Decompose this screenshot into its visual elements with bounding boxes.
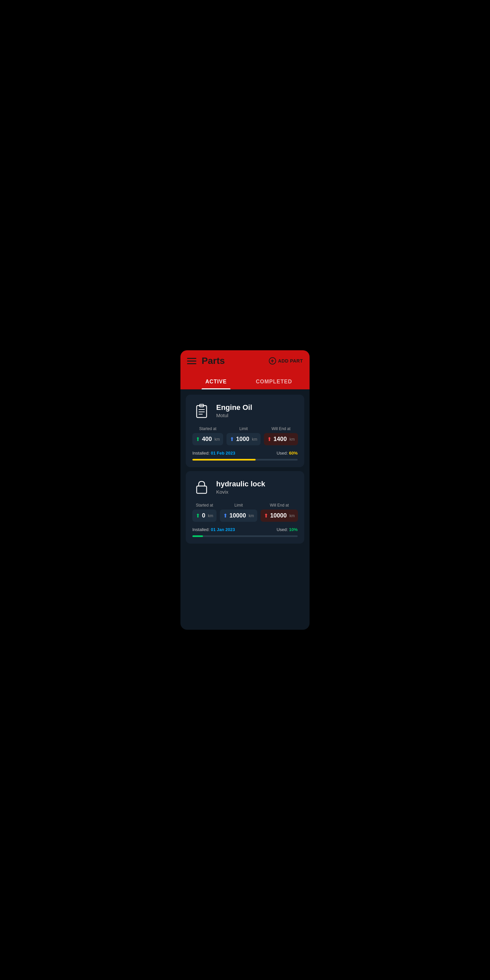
- started-at-value: 400: [202, 436, 212, 443]
- installed-row: Installed: 01 Feb 2023 Used: 60%: [192, 450, 298, 455]
- limit-unit: km: [249, 514, 254, 518]
- installed-date: 01 Jan 2023: [211, 527, 235, 532]
- started-at-unit: km: [215, 437, 220, 442]
- installed-date: 01 Feb 2023: [211, 450, 235, 455]
- header: Parts + ADD PART ACTIVE COMPLETED: [180, 350, 310, 389]
- add-part-button[interactable]: + ADD PART: [269, 357, 303, 364]
- add-part-icon: +: [269, 357, 276, 364]
- part-header: Engine Oil Motul: [192, 401, 298, 420]
- progress-bar: [192, 459, 256, 461]
- parts-list: Engine Oil Motul Started at ⬆ 400 km Lim…: [180, 389, 310, 553]
- menu-button[interactable]: [187, 358, 196, 364]
- will-end-at-unit: km: [290, 437, 295, 442]
- page-title: Parts: [202, 356, 269, 366]
- stats-row: Started at ⬆ 0 km Limit ⬆ 10000 km: [192, 503, 298, 522]
- limit-value: 10000: [229, 512, 246, 519]
- tabs-container: ACTIVE COMPLETED: [187, 374, 303, 389]
- stat-limit: Limit ⬆ 10000 km: [220, 503, 257, 522]
- limit-unit: km: [252, 437, 257, 442]
- svg-rect-5: [197, 486, 207, 493]
- phone-container: Parts + ADD PART ACTIVE COMPLETED: [180, 350, 310, 630]
- part-info: Engine Oil Motul: [216, 403, 252, 418]
- pin-green-icon: ⬆: [196, 512, 200, 519]
- part-header: hydraulic lock Kovix: [192, 478, 298, 496]
- add-part-label: ADD PART: [278, 358, 303, 364]
- lock-icon: [192, 478, 211, 496]
- part-brand: Kovix: [216, 489, 265, 495]
- pin-red-icon: ⬆: [264, 512, 268, 519]
- used-percent: 60%: [289, 450, 298, 455]
- limit-value: 1000: [236, 436, 249, 443]
- progress-bar-container: [192, 459, 298, 461]
- part-brand: Motul: [216, 412, 252, 418]
- pin-blue-icon: ⬆: [223, 512, 228, 519]
- part-info: hydraulic lock Kovix: [216, 480, 265, 495]
- pin-blue-icon: ⬆: [230, 436, 234, 442]
- pin-green-icon: ⬆: [196, 436, 200, 442]
- started-at-value: 0: [202, 512, 205, 519]
- part-card-hydraulic-lock[interactable]: hydraulic lock Kovix Started at ⬆ 0 km L…: [186, 471, 304, 544]
- stat-started-at: Started at ⬆ 0 km: [192, 503, 216, 522]
- started-at-unit: km: [208, 514, 213, 518]
- part-card-engine-oil[interactable]: Engine Oil Motul Started at ⬆ 400 km Lim…: [186, 395, 304, 467]
- stat-limit: Limit ⬆ 1000 km: [226, 426, 261, 445]
- pin-red-icon: ⬆: [267, 436, 272, 442]
- stat-started-at: Started at ⬆ 400 km: [192, 426, 223, 445]
- used-percent: 10%: [289, 527, 298, 532]
- progress-bar: [192, 535, 203, 537]
- tab-completed[interactable]: COMPLETED: [245, 374, 303, 389]
- part-name: hydraulic lock: [216, 480, 265, 488]
- will-end-at-value: 1400: [274, 436, 287, 443]
- will-end-at-value: 10000: [270, 512, 287, 519]
- clipboard-icon: [192, 401, 211, 420]
- progress-bar-container: [192, 535, 298, 537]
- stat-will-end-at: Will End at ⬆ 10000 km: [261, 503, 298, 522]
- will-end-at-unit: km: [290, 514, 295, 518]
- stat-will-end-at: Will End at ⬆ 1400 km: [264, 426, 298, 445]
- installed-row: Installed: 01 Jan 2023 Used: 10%: [192, 527, 298, 532]
- tab-active[interactable]: ACTIVE: [187, 374, 245, 389]
- stats-row: Started at ⬆ 400 km Limit ⬆ 1000 km: [192, 426, 298, 445]
- part-name: Engine Oil: [216, 403, 252, 412]
